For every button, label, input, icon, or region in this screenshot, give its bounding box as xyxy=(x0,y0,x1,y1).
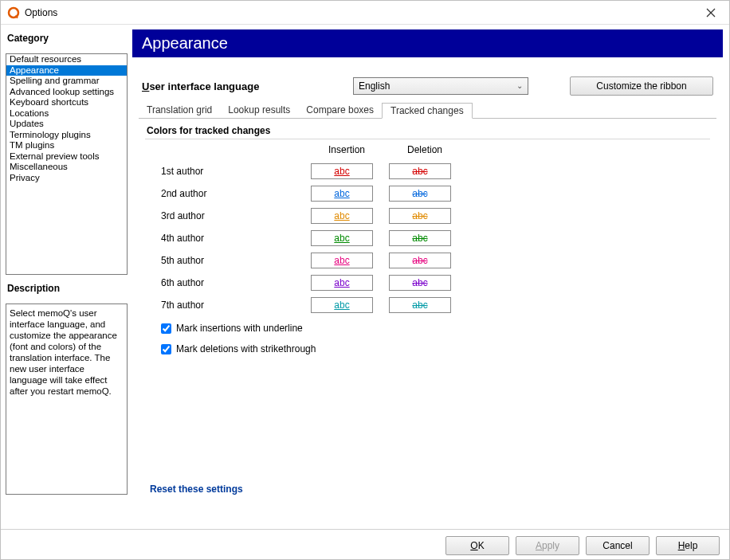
mark-insertions-checkbox[interactable]: Mark insertions with underline xyxy=(161,323,705,334)
page-title: Appearance xyxy=(132,29,723,57)
mark-insertions-label: Mark insertions with underline xyxy=(176,323,303,334)
deletion-color-swatch[interactable]: abc xyxy=(389,230,451,246)
ui-language-select[interactable]: English ⌄ xyxy=(353,77,528,95)
help-button[interactable]: Help xyxy=(656,536,720,555)
author-row-label: 5th author xyxy=(161,255,304,266)
tab[interactable]: Translation grid xyxy=(139,103,220,119)
category-item[interactable]: Default resources xyxy=(6,54,127,65)
author-row-label: 3rd author xyxy=(161,210,304,221)
category-item[interactable]: Keyboard shortcuts xyxy=(6,97,127,108)
app-icon xyxy=(7,6,20,19)
insertion-color-swatch[interactable]: abc xyxy=(311,297,373,313)
category-item[interactable]: Advanced lookup settings xyxy=(6,87,127,98)
tab[interactable]: Compare boxes xyxy=(298,103,382,119)
deletion-color-swatch[interactable]: abc xyxy=(389,208,451,224)
insertion-color-swatch[interactable]: abc xyxy=(311,163,373,179)
deletion-color-swatch[interactable]: abc xyxy=(389,163,451,179)
category-item[interactable]: Terminology plugins xyxy=(6,130,127,141)
close-button[interactable] xyxy=(699,1,723,25)
category-item[interactable]: Spelling and grammar xyxy=(6,76,127,87)
insertion-color-swatch[interactable]: abc xyxy=(311,230,373,246)
ui-language-value: English xyxy=(359,80,390,92)
dialog-footer: OK Apply Cancel Help xyxy=(1,529,729,560)
category-item[interactable]: Privacy xyxy=(6,173,127,184)
insertion-color-swatch[interactable]: abc xyxy=(311,208,373,224)
customize-ribbon-button[interactable]: Customize the ribbon xyxy=(570,76,713,96)
ok-button[interactable]: OK xyxy=(445,536,509,555)
section-title: Colors for tracked changes xyxy=(145,125,710,139)
ui-language-label: User interface language xyxy=(142,80,337,92)
insertion-color-swatch[interactable]: abc xyxy=(311,275,373,291)
category-heading: Category xyxy=(6,29,128,49)
author-row-label: 7th author xyxy=(161,300,304,311)
cancel-button[interactable]: Cancel xyxy=(586,536,650,555)
category-item[interactable]: Miscellaneous xyxy=(6,162,127,173)
titlebar: Options xyxy=(1,1,729,25)
tab[interactable]: Tracked changes xyxy=(382,103,473,119)
insertion-color-swatch[interactable]: abc xyxy=(311,186,373,202)
tabstrip: Translation gridLookup resultsCompare bo… xyxy=(139,102,716,119)
mark-deletions-input[interactable] xyxy=(161,344,171,354)
category-item[interactable]: Updates xyxy=(6,119,127,130)
author-row-label: 6th author xyxy=(161,277,304,288)
mark-insertions-input[interactable] xyxy=(161,323,171,334)
mark-deletions-label: Mark deletions with strikethrough xyxy=(176,343,316,354)
category-list[interactable]: Default resourcesAppearanceSpelling and … xyxy=(6,53,128,275)
description-heading: Description xyxy=(6,280,128,299)
sidebar: Category Default resourcesAppearanceSpel… xyxy=(1,25,132,529)
window-title: Options xyxy=(25,7,699,18)
deletion-color-swatch[interactable]: abc xyxy=(389,253,451,268)
category-item[interactable]: Locations xyxy=(6,108,127,119)
insertion-color-swatch[interactable]: abc xyxy=(311,253,373,268)
column-header-deletion: Deletion xyxy=(389,144,461,157)
category-item[interactable]: Appearance xyxy=(6,65,127,76)
main-panel: Appearance User interface language Engli… xyxy=(132,25,729,529)
author-row-label: 4th author xyxy=(161,233,304,244)
apply-button: Apply xyxy=(516,536,579,555)
author-row-label: 2nd author xyxy=(161,188,304,199)
reset-settings-link[interactable]: Reset these settings xyxy=(150,484,243,495)
tab[interactable]: Lookup results xyxy=(220,103,298,119)
chevron-down-icon: ⌄ xyxy=(516,81,523,90)
mark-deletions-checkbox[interactable]: Mark deletions with strikethrough xyxy=(161,343,705,354)
deletion-color-swatch[interactable]: abc xyxy=(389,297,451,313)
deletion-color-swatch[interactable]: abc xyxy=(389,275,451,291)
category-item[interactable]: TM plugins xyxy=(6,140,127,151)
tracked-changes-pane: Colors for tracked changes InsertionDele… xyxy=(139,119,716,501)
column-header-insertion: Insertion xyxy=(311,144,383,157)
author-row-label: 1st author xyxy=(161,166,304,177)
category-item[interactable]: External preview tools xyxy=(6,151,127,163)
deletion-color-swatch[interactable]: abc xyxy=(389,186,451,202)
description-text: Select memoQ's user interface language, … xyxy=(6,303,128,495)
